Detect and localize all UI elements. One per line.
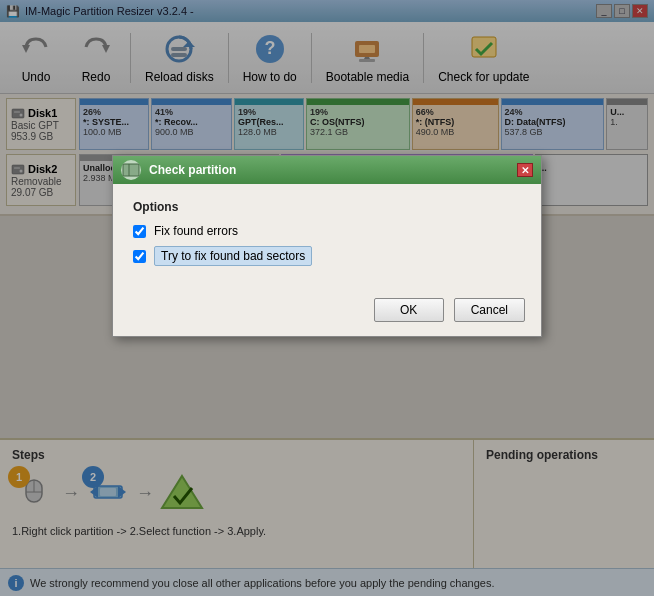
dialog-options-label: Options bbox=[133, 200, 521, 214]
dialog-overlay: Check partition ✕ Options Fix found erro… bbox=[0, 0, 654, 596]
dialog-footer: OK Cancel bbox=[113, 290, 541, 336]
dialog-title-icon bbox=[121, 160, 141, 180]
fix-bad-sectors-label: Try to fix found bad sectors bbox=[154, 246, 312, 266]
partition-icon bbox=[122, 161, 140, 179]
check-partition-dialog: Check partition ✕ Options Fix found erro… bbox=[112, 155, 542, 337]
dialog-title-bar: Check partition ✕ bbox=[113, 156, 541, 184]
fix-errors-checkbox[interactable] bbox=[133, 225, 146, 238]
dialog-option-2: Try to fix found bad sectors bbox=[133, 246, 521, 266]
dialog-body: Options Fix found errors Try to fix foun… bbox=[113, 184, 541, 290]
cancel-button[interactable]: Cancel bbox=[454, 298, 525, 322]
ok-button[interactable]: OK bbox=[374, 298, 444, 322]
dialog-option-1: Fix found errors bbox=[133, 224, 521, 238]
svg-rect-19 bbox=[123, 164, 139, 176]
dialog-title-text: Check partition bbox=[149, 163, 236, 177]
fix-bad-sectors-checkbox[interactable] bbox=[133, 250, 146, 263]
fix-errors-label: Fix found errors bbox=[154, 224, 238, 238]
dialog-close-button[interactable]: ✕ bbox=[517, 163, 533, 177]
